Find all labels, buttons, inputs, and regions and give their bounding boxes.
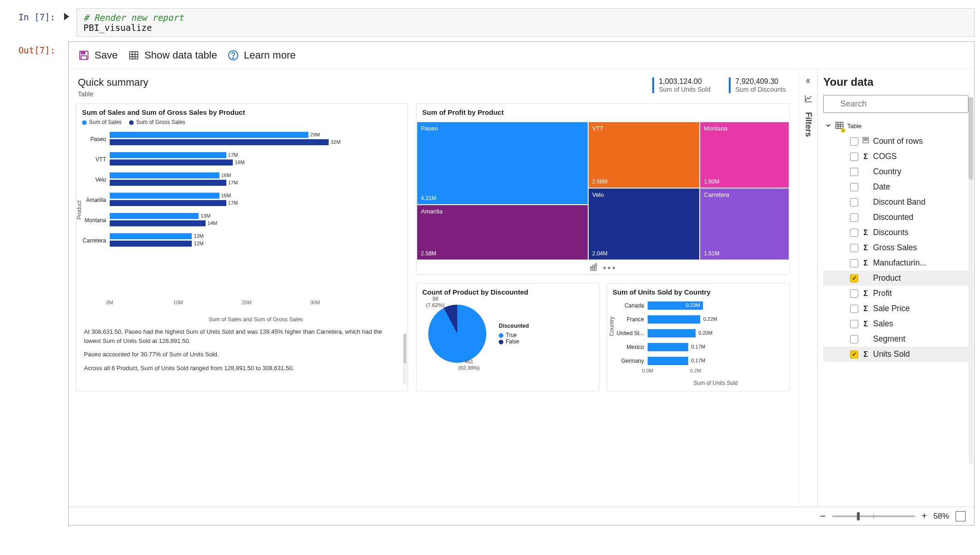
field-row[interactable]: Date bbox=[823, 179, 968, 195]
field-row[interactable]: ΣSales bbox=[823, 316, 968, 331]
field-row[interactable]: ΣProfit bbox=[823, 286, 968, 301]
tile-units-by-country[interactable]: Sum of Units Sold by Country Country Can… bbox=[607, 283, 790, 391]
field-checkbox[interactable] bbox=[850, 274, 858, 283]
fields-scrollbar-thumb[interactable] bbox=[968, 97, 973, 180]
field-checkbox[interactable] bbox=[850, 213, 858, 222]
more-options-icon[interactable]: ••• bbox=[603, 263, 617, 274]
sigma-icon: Σ bbox=[862, 305, 869, 313]
in-prompt: In [7]: bbox=[0, 8, 55, 22]
learn-more-button[interactable]: Learn more bbox=[227, 49, 296, 61]
pie-slice-label-false: 38(7.62%) bbox=[426, 296, 444, 309]
run-cell-button[interactable] bbox=[60, 8, 72, 25]
visualizations-tab-icon[interactable] bbox=[804, 94, 813, 105]
bar-row: Velo 16M 17M bbox=[82, 170, 402, 190]
field-checkbox[interactable] bbox=[850, 335, 858, 343]
fit-to-page-button[interactable] bbox=[956, 511, 966, 521]
show-data-table-button[interactable]: Show data table bbox=[128, 49, 217, 61]
sigma-icon: Σ bbox=[862, 259, 869, 267]
tile-profit-treemap[interactable]: Sum of Profit by Product Paseo4.31MVTT2.… bbox=[416, 103, 790, 275]
field-checkbox[interactable] bbox=[850, 350, 858, 359]
svg-rect-27 bbox=[867, 140, 868, 141]
field-row[interactable]: Count of rows bbox=[823, 134, 968, 149]
treemap-cell[interactable]: Montana1.80M bbox=[700, 122, 789, 188]
field-checkbox[interactable] bbox=[850, 289, 858, 298]
field-checkbox[interactable] bbox=[850, 183, 858, 191]
field-checkbox[interactable] bbox=[850, 198, 858, 207]
report-frame: Save Show data table Learn more Quic bbox=[68, 41, 974, 525]
field-label: Product bbox=[873, 273, 901, 283]
chart-type-icon[interactable] bbox=[589, 263, 598, 274]
insights-scrollbar-thumb[interactable] bbox=[403, 334, 407, 363]
viz-action-bar: ••• bbox=[417, 260, 789, 274]
field-row[interactable]: Discount Band bbox=[823, 195, 968, 210]
code-input[interactable]: # Render new report PBI_visualize bbox=[77, 8, 974, 37]
field-row[interactable]: ΣCOGS bbox=[823, 149, 968, 164]
field-checkbox[interactable] bbox=[850, 259, 858, 267]
field-row[interactable]: Discounted bbox=[823, 210, 968, 225]
field-row[interactable]: ΣDiscounts bbox=[823, 225, 968, 240]
out-prompt: Out[7]: bbox=[0, 41, 55, 55]
field-row[interactable]: ΣUnits Sold bbox=[823, 347, 968, 362]
field-row[interactable]: Segment bbox=[823, 331, 968, 347]
field-label: Sale Price bbox=[873, 304, 910, 313]
tree-table-node[interactable]: ✓ Table bbox=[823, 118, 968, 134]
field-checkbox[interactable] bbox=[850, 168, 858, 176]
field-label: Profit bbox=[873, 289, 892, 298]
svg-rect-26 bbox=[865, 140, 866, 141]
y-axis-label: Product bbox=[76, 201, 83, 219]
input-cell: In [7]: # Render new report PBI_visualiz… bbox=[0, 8, 980, 37]
zoom-slider[interactable] bbox=[832, 515, 915, 517]
bar-row: Germany 0.17M bbox=[613, 354, 784, 368]
treemap-cell[interactable]: Amarilla2.58M bbox=[417, 205, 588, 260]
chart-title: Sum of Units Sold by Country bbox=[613, 288, 784, 296]
fields-panel: Your data ✓ Table bbox=[817, 69, 974, 507]
svg-rect-24 bbox=[867, 138, 868, 139]
bar-row: VTT 17M 18M bbox=[82, 149, 402, 170]
treemap-cell[interactable]: Carretera1.51M bbox=[700, 188, 789, 260]
report-canvas: Quick summary Table 1,003,124.00Sum of U… bbox=[69, 69, 799, 507]
zoom-in-button[interactable]: + bbox=[921, 511, 927, 521]
treemap-cell[interactable]: Velo2.04M bbox=[588, 188, 700, 260]
filters-tab[interactable]: Filters bbox=[803, 112, 813, 137]
field-row[interactable]: ΣGross Sales bbox=[823, 240, 968, 255]
zoom-out-button[interactable]: − bbox=[820, 510, 826, 522]
search-input[interactable] bbox=[823, 95, 968, 113]
sigma-icon: Σ bbox=[862, 350, 869, 359]
code-line: PBI_visualize bbox=[83, 23, 968, 33]
chart-title: Sum of Sales and Sum of Gross Sales by P… bbox=[82, 108, 402, 116]
field-checkbox[interactable] bbox=[850, 244, 858, 252]
bar-row: Paseo 29M 32M bbox=[82, 129, 402, 149]
collapse-panel-icon[interactable]: « bbox=[806, 75, 810, 87]
kpi: 7,920,409.30Sum of Discounts bbox=[729, 77, 786, 93]
bar-row: France 0.22M bbox=[613, 313, 784, 326]
field-label: Country bbox=[873, 167, 901, 177]
summary-subtitle: Table bbox=[78, 90, 148, 98]
field-row[interactable]: ΣSale Price bbox=[823, 301, 968, 316]
field-label: Gross Sales bbox=[873, 243, 917, 253]
field-checkbox[interactable] bbox=[850, 320, 858, 328]
field-row[interactable]: Product bbox=[823, 271, 968, 286]
output-cell: Out[7]: Save Show data table Learn more bbox=[0, 41, 980, 525]
svg-rect-23 bbox=[865, 138, 866, 139]
field-checkbox[interactable] bbox=[850, 153, 858, 161]
sigma-icon: Σ bbox=[862, 289, 869, 298]
svg-rect-22 bbox=[864, 138, 865, 139]
field-label: Segment bbox=[873, 334, 905, 344]
field-checkbox[interactable] bbox=[850, 229, 858, 237]
field-checkbox[interactable] bbox=[850, 305, 858, 313]
tile-sales-gross[interactable]: Sum of Sales and Sum of Gross Sales by P… bbox=[76, 103, 408, 391]
field-row[interactable]: ΣManufacturin... bbox=[823, 255, 968, 271]
treemap-cell[interactable]: VTT2.58M bbox=[588, 122, 700, 188]
report-toolbar: Save Show data table Learn more bbox=[69, 42, 974, 69]
field-row[interactable]: Country bbox=[823, 164, 968, 179]
bar-row: Mexico 0.17M bbox=[613, 340, 784, 354]
field-label: Date bbox=[873, 182, 890, 192]
treemap-cell[interactable]: Paseo4.31M bbox=[417, 122, 588, 205]
tile-pie-discounted[interactable]: Count of Product by Discounted 38(7. bbox=[416, 283, 599, 391]
calc-icon bbox=[862, 136, 869, 146]
svg-rect-1 bbox=[81, 51, 85, 54]
save-button[interactable]: Save bbox=[78, 49, 118, 61]
field-checkbox[interactable] bbox=[850, 137, 858, 146]
sigma-icon: Σ bbox=[862, 229, 869, 237]
bar-row: Canada 0.23M bbox=[613, 299, 784, 313]
